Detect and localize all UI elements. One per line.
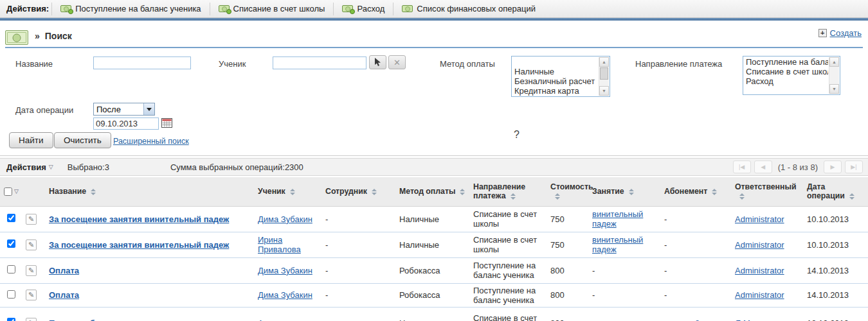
student-pick-button[interactable] [369, 55, 386, 69]
sort-icon[interactable] [372, 189, 377, 195]
scroll-down-icon[interactable]: ▼ [829, 84, 839, 94]
action-expense[interactable]: Расход [333, 3, 393, 15]
grid-toolbar: Действия ▽ Выбрано:3 Сумма выбранных опе… [0, 158, 868, 176]
responsible-link[interactable]: Administrator [735, 266, 784, 275]
action-operations-list[interactable]: Список финансовых операций [393, 3, 544, 15]
edit-icon[interactable]: ✎ [26, 214, 37, 225]
subscription-link[interactable]: латынь-8 для [664, 318, 716, 321]
student-link[interactable]: Александр [258, 318, 300, 321]
listbox-option[interactable] [512, 57, 598, 67]
header-employee[interactable]: Сотрудник [321, 177, 395, 206]
student-link[interactable]: Дима Зубакин [258, 214, 312, 224]
header-label: Метод оплаты [399, 187, 455, 196]
operation-name-link[interactable]: За посещение занятия винительный падеж [49, 240, 229, 250]
date-cell: 10.10.2013 [807, 240, 849, 250]
action-income-to-balance[interactable]: Поступление на баланс ученика [51, 3, 209, 15]
employee-cell: - [325, 240, 328, 250]
sort-icon[interactable] [849, 193, 854, 200]
next-page-button[interactable]: ▶ [824, 160, 842, 173]
subscription-cell: - [664, 214, 667, 224]
lesson-link[interactable]: винительный падеж [592, 235, 643, 254]
action-writeoff-to-school[interactable]: Списание в счет школы [210, 3, 334, 15]
last-page-button[interactable]: ▶| [845, 160, 863, 173]
edit-icon[interactable]: ✎ [26, 239, 37, 250]
sort-icon[interactable] [712, 189, 717, 195]
scroll-down-icon[interactable]: ▼ [599, 86, 609, 96]
header-date[interactable]: Дата операции [803, 177, 868, 206]
method-cell: Робокасса [399, 290, 440, 300]
header-responsible[interactable]: Ответственный [731, 177, 803, 206]
action-item-label: Расход [357, 4, 384, 13]
responsible-link[interactable]: Я Мари [735, 318, 764, 321]
header-name[interactable]: Название [45, 177, 254, 206]
scroll-up-icon[interactable]: ▲ [599, 57, 609, 67]
student-link[interactable]: Дима Зубакин [258, 290, 312, 300]
operation-name-link[interactable]: Оплата [49, 266, 79, 275]
first-page-button[interactable]: |◀ [733, 160, 751, 173]
edit-icon[interactable]: ✎ [26, 265, 37, 276]
edit-icon[interactable]: ✎ [26, 290, 37, 300]
listbox-option[interactable]: Поступление на баланс ученика [744, 57, 828, 67]
direction-listbox[interactable]: Поступление на баланс ученика Списание в… [743, 56, 840, 95]
sort-icon[interactable] [511, 193, 516, 200]
student-link[interactable]: Ирина Привалова [258, 235, 301, 254]
row-checkbox[interactable] [7, 239, 15, 248]
sort-icon[interactable] [91, 189, 96, 195]
operations-table: ▽ Название Ученик Сотрудник Метод оплаты… [0, 177, 868, 321]
row-checkbox[interactable] [7, 290, 15, 299]
sort-icon[interactable] [739, 193, 745, 200]
header-subscription[interactable]: Абонемент [660, 177, 731, 206]
header-cost[interactable]: Стоимость [547, 177, 588, 206]
student-link[interactable]: Дима Зубакин [258, 266, 312, 275]
sort-icon[interactable] [460, 189, 465, 195]
operation-name-link[interactable]: За посещение занятия винительный падеж [49, 214, 229, 224]
header-label: Дата операции [807, 182, 845, 200]
direction-cell: Поступление на баланс ученика [473, 261, 536, 280]
chevron-down-icon[interactable]: ▽ [14, 188, 19, 195]
date-condition-select[interactable]: После [93, 103, 155, 116]
prev-page-button[interactable]: ◀ [754, 160, 772, 173]
scrollbar[interactable]: ▲ ▼ [599, 57, 609, 96]
calendar-icon[interactable] [161, 117, 172, 130]
student-input[interactable] [273, 56, 366, 69]
clear-button[interactable]: Очистить [54, 132, 111, 148]
listbox-option[interactable]: Списание в счет школы [744, 67, 828, 76]
sort-icon[interactable] [629, 189, 634, 195]
select-all-checkbox[interactable] [4, 187, 12, 196]
name-input[interactable] [93, 56, 191, 69]
listbox-option[interactable]: Расход [744, 76, 828, 86]
listbox-option[interactable]: Кредитная карта [512, 86, 598, 96]
header-direction[interactable]: Направление платежа [469, 177, 547, 206]
scrollbar-thumb[interactable] [600, 67, 608, 80]
create-button[interactable]: + Создать [818, 28, 862, 38]
header-lesson[interactable]: Занятие [588, 177, 660, 206]
header-method[interactable]: Метод оплаты [395, 177, 469, 206]
payment-method-listbox[interactable]: Наличные Безналичный расчет Кредитная ка… [511, 56, 610, 97]
student-clear-button[interactable]: ✕ [388, 55, 406, 69]
close-icon: ✕ [393, 58, 401, 67]
listbox-option[interactable]: Безналичный расчет [512, 76, 598, 86]
responsible-link[interactable]: Administrator [735, 214, 784, 224]
scroll-up-icon[interactable]: ▲ [829, 57, 839, 67]
sort-icon[interactable] [290, 189, 295, 195]
table-row: ✎ За посещение занятия винительный падеж… [0, 206, 868, 232]
sort-icon[interactable] [555, 193, 560, 200]
header-label: Стоимость [550, 182, 593, 191]
header-student[interactable]: Ученик [254, 177, 321, 206]
responsible-link[interactable]: Administrator [735, 290, 784, 300]
advanced-search-link[interactable]: Расширенный поиск [113, 137, 189, 146]
responsible-link[interactable]: Administrator [735, 240, 784, 250]
lesson-link[interactable]: винительный падеж [592, 209, 643, 229]
find-button[interactable]: Найти [9, 132, 53, 148]
date-input[interactable] [93, 117, 159, 130]
row-checkbox[interactable] [7, 265, 15, 273]
page-info: (1 - 8 из 8) [778, 162, 818, 172]
listbox-option[interactable]: Наличные [512, 67, 598, 76]
row-checkbox[interactable] [7, 214, 15, 222]
operation-name-link[interactable]: Оплата [49, 290, 79, 300]
row-checkbox[interactable] [7, 318, 15, 321]
edit-icon[interactable]: ✎ [26, 318, 37, 321]
scrollbar[interactable]: ▲ ▼ [829, 57, 839, 94]
table-actions-menu[interactable]: Действия ▽ [6, 162, 53, 172]
operation-name-link[interactable]: Покупка абонемента [49, 318, 134, 321]
